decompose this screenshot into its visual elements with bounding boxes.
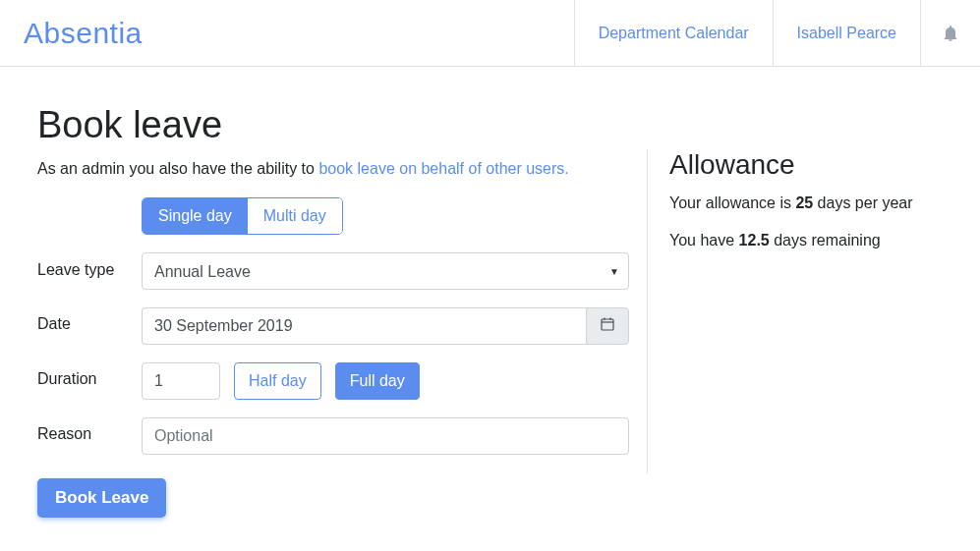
row-leave-type: Leave type Annual Leave ▼ [37, 252, 647, 290]
row-duration: Duration Half day Full day [37, 362, 647, 400]
allowance-sidebar: Allowance Your allowance is 25 days per … [647, 149, 943, 473]
allowance-title: Allowance [669, 149, 943, 181]
label-date: Date [37, 307, 142, 333]
notification-bell-icon[interactable] [920, 0, 980, 66]
brand-logo[interactable]: Absentia [0, 0, 574, 66]
day-mode-toggle: Single day Multi day [142, 197, 343, 235]
nav-right: Department Calendar Isabell Pearce [574, 0, 980, 66]
book-leave-button[interactable]: Book Leave [37, 478, 166, 518]
full-day-button[interactable]: Full day [335, 362, 420, 400]
allowance-remaining-value: 12.5 [739, 232, 770, 248]
label-duration: Duration [37, 362, 142, 388]
label-leave-type: Leave type [37, 252, 142, 281]
row-date: Date [37, 307, 647, 345]
half-day-button[interactable]: Half day [234, 362, 321, 400]
admin-subtitle: As an admin you also have the ability to… [37, 160, 647, 178]
main-form: Book leave As an admin you also have the… [37, 96, 647, 518]
spacer [37, 197, 142, 205]
nav-link-user[interactable]: Isabell Pearce [773, 0, 920, 66]
row-mode-tabs: Single day Multi day [37, 197, 647, 235]
tab-multi-day[interactable]: Multi day [248, 198, 342, 234]
reason-input[interactable] [142, 417, 629, 455]
subtitle-text: As an admin you also have the ability to [37, 160, 318, 177]
label-reason: Reason [37, 417, 142, 443]
navbar: Absentia Department Calendar Isabell Pea… [0, 0, 980, 67]
leave-type-select[interactable]: Annual Leave [142, 252, 629, 290]
book-on-behalf-link[interactable]: book leave on behalf of other users. [318, 160, 568, 177]
svg-rect-0 [602, 319, 613, 330]
page-container: Book leave As an admin you also have the… [0, 67, 980, 518]
tab-single-day[interactable]: Single day [143, 198, 248, 234]
calendar-icon [601, 317, 614, 335]
allowance-remaining: You have 12.5 days remaining [669, 232, 943, 249]
page-title: Book leave [37, 104, 647, 146]
date-input[interactable] [142, 307, 586, 345]
allowance-total-value: 25 [795, 194, 813, 211]
row-reason: Reason [37, 417, 647, 455]
duration-input[interactable] [142, 362, 220, 400]
allowance-total: Your allowance is 25 days per year [669, 194, 943, 212]
nav-link-calendar[interactable]: Department Calendar [574, 0, 773, 66]
calendar-picker-button[interactable] [586, 307, 629, 345]
